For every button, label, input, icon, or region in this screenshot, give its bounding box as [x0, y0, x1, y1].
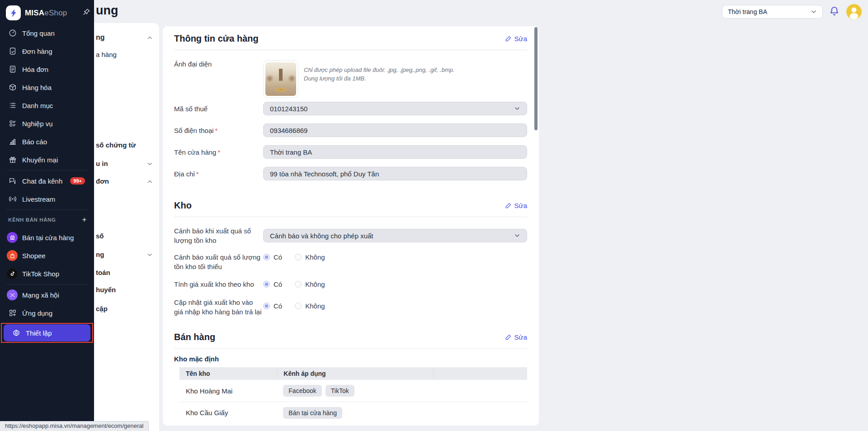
sidebar-item-ung-dung[interactable]: Ứng dụng: [0, 304, 94, 322]
browser-status-url: https://eshopapp.misa.vn/management/ecom…: [0, 421, 149, 431]
notification-bell-icon[interactable]: [829, 6, 840, 16]
store-selector-dropdown[interactable]: Thời trang BA: [722, 5, 823, 19]
sidebar-item-label: Chat đa kênh: [22, 177, 62, 185]
sidebar-item-hang-hoa[interactable]: Hàng hóa: [0, 78, 94, 96]
sidebar-item-khuyen-mai[interactable]: Khuyến mại: [0, 151, 94, 169]
sidebar-item-tiktok-shop[interactable]: TikTok Shop: [0, 265, 94, 283]
sidebar-item-label: Ứng dụng: [22, 309, 52, 317]
submenu-item[interactable]: a hàng: [96, 51, 117, 58]
submenu-item[interactable]: đơn: [96, 177, 109, 185]
column-header: Tên kho: [179, 370, 277, 377]
address-input[interactable]: 99 tòa nhà Technosoft, phố Duy Tân: [263, 167, 527, 180]
field-label: Địa chỉ*: [174, 170, 263, 178]
field-label: Cảnh báo khi xuất quá số lượng tồn kho: [174, 226, 263, 245]
sidebar-item-label: Hàng hóa: [22, 84, 52, 91]
chevron-down-icon[interactable]: [147, 252, 153, 258]
app-logo[interactable]: MISAeShop: [6, 5, 67, 20]
sidebar-item-chat-da-kenh[interactable]: Chat đa kênh 99+: [0, 172, 94, 190]
radio-unchecked-icon: [295, 281, 302, 288]
column-header: Kênh áp dụng: [277, 369, 433, 378]
sidebar-item-hoa-don[interactable]: Hóa đơn: [0, 60, 94, 78]
submenu-item[interactable]: ng: [96, 33, 105, 42]
radio-option-no[interactable]: Không: [295, 280, 325, 288]
user-avatar[interactable]: [846, 4, 862, 19]
submenu-item[interactable]: ng: [96, 251, 104, 258]
submenu-item[interactable]: số: [96, 232, 104, 240]
divider: [6, 170, 88, 171]
sidebar-item-label: Đơn hàng: [22, 47, 52, 55]
submenu-item[interactable]: số chứng từ: [96, 141, 136, 149]
chevron-down-icon: [514, 105, 520, 112]
section-title: Bán hàng: [174, 332, 215, 342]
sidebar-item-nghiep-vu[interactable]: Nghiệp vụ: [0, 114, 94, 133]
radio-unchecked-icon: [295, 254, 302, 260]
apps-grid-icon: [8, 309, 17, 317]
table-header-row: Tên kho Kênh áp dụng: [179, 367, 527, 380]
radio-unchecked-icon: [295, 303, 302, 309]
sidebar-item-mang-xa-hoi[interactable]: Mạng xã hội: [0, 286, 94, 304]
radio-option-no[interactable]: Không: [295, 302, 325, 310]
page-title: ung: [96, 4, 118, 18]
radio-option-no[interactable]: Không: [295, 253, 325, 261]
edit-warehouse-button[interactable]: Sửa: [505, 202, 527, 209]
dashboard-icon: [8, 29, 17, 38]
shopee-icon: [7, 250, 18, 261]
pin-sidebar-icon[interactable]: [83, 8, 90, 16]
scrollbar[interactable]: [534, 27, 538, 130]
table-row: Kho Hoàng Mai Facebook TikTok: [179, 380, 527, 402]
section-title: Kho: [174, 200, 192, 211]
tax-code-value: 0101243150: [270, 105, 307, 113]
chevron-up-icon[interactable]: [147, 35, 153, 41]
social-network-icon: [7, 289, 18, 300]
field-label: Tính giá xuất kho theo kho: [174, 279, 263, 289]
warehouse-section-header: Kho Sửa: [174, 200, 527, 211]
sidebar-item-bao-cao[interactable]: Báo cáo: [0, 133, 94, 151]
radio-option-yes[interactable]: Có: [263, 302, 282, 310]
tax-code-select[interactable]: 0101243150: [263, 102, 527, 115]
sidebar-item-thiet-lap[interactable]: Thiết lập: [4, 324, 90, 341]
pencil-icon: [505, 35, 512, 42]
edit-store-info-button[interactable]: Sửa: [505, 35, 527, 43]
field-label: Cập nhật giá xuất kho vào giá nhập kho h…: [174, 298, 263, 317]
add-channel-button[interactable]: +: [82, 215, 87, 224]
sidebar-item-don-hang[interactable]: Đơn hàng: [0, 42, 94, 60]
sidebar-item-label: Danh mục: [22, 102, 53, 109]
divider: [174, 217, 527, 217]
sidebar-item-label: Hóa đơn: [22, 66, 48, 73]
store-info-section-header: Thông tin cửa hàng Sửa: [174, 33, 527, 44]
sidebar-item-danh-muc[interactable]: Danh mục: [0, 96, 94, 114]
chevron-down-icon: [514, 232, 520, 239]
store-photo: [265, 62, 296, 96]
submenu-item[interactable]: cập: [96, 305, 108, 313]
sidebar-item-label: Livestream: [22, 195, 55, 203]
radio-option-yes[interactable]: Có: [263, 280, 282, 288]
annotation-highlight-box: Thiết lập: [1, 323, 93, 343]
gift-icon: [8, 156, 17, 164]
radio-option-yes[interactable]: Có: [263, 253, 282, 261]
stock-warning-select[interactable]: Cảnh báo và không cho phép xuất: [263, 229, 527, 242]
chevron-up-icon[interactable]: [147, 179, 153, 185]
chevron-down-icon: [811, 9, 817, 15]
order-icon: [8, 47, 17, 56]
divider: [6, 284, 88, 284]
divider: [174, 50, 527, 50]
sidebar-item-ban-tai-cua-hang[interactable]: Bán tại cửa hàng: [0, 228, 94, 246]
sidebar-item-tong-quan[interactable]: Tổng quan: [0, 24, 94, 42]
avatar-field-label: Ảnh đại diện: [174, 60, 263, 68]
submenu-item[interactable]: huyển: [96, 286, 116, 294]
field-label: Mã số thuế: [174, 105, 263, 113]
settings-content-card: Thông tin cửa hàng Sửa Ảnh đại diện Chỉ …: [163, 26, 539, 426]
edit-sales-button[interactable]: Sửa: [505, 333, 527, 341]
submenu-item[interactable]: u in: [96, 160, 108, 167]
field-label: Số điện thoại*: [174, 127, 263, 134]
chevron-down-icon[interactable]: [147, 161, 153, 167]
phone-input[interactable]: 0934686869: [263, 123, 527, 137]
sidebar-item-livestream[interactable]: Livestream: [0, 190, 94, 208]
sales-section-header: Bán hàng Sửa: [174, 332, 527, 342]
sidebar-section-kenh-ban-hang: KÊNH BÁN HÀNG +: [0, 211, 94, 228]
sidebar-item-shopee[interactable]: Shopee: [0, 246, 94, 265]
operations-icon: [8, 119, 17, 128]
store-name-input[interactable]: Thời trang BA: [263, 145, 527, 159]
store-photo-upload[interactable]: [263, 60, 298, 98]
submenu-item[interactable]: toán: [96, 269, 110, 276]
